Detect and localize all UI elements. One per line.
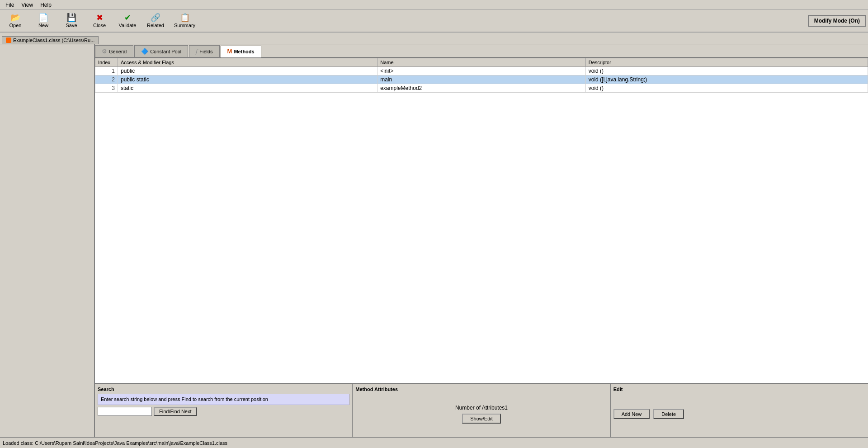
methods-table: Index Access & Modifier Flags Name Descr… xyxy=(95,58,868,93)
table-row[interactable]: 2public staticmainvoid ([Ljava.lang.Stri… xyxy=(95,75,868,84)
validate-button[interactable]: ✔ Validate xyxy=(114,11,141,31)
row-index: 3 xyxy=(95,84,118,93)
right-panel: ⚙ General 🔷 Constant Pool 𝑓 Fields M Met… xyxy=(95,44,868,437)
related-label: Related xyxy=(147,23,164,28)
fields-tab-icon: 𝑓 xyxy=(196,48,198,55)
left-panel xyxy=(0,44,95,437)
edit-panel-title: Edit xyxy=(613,387,865,392)
row-name: main xyxy=(377,75,586,84)
general-tab-icon: ⚙ xyxy=(102,48,107,55)
save-label: Save xyxy=(66,23,77,28)
search-input[interactable] xyxy=(98,407,152,416)
table-row[interactable]: 1public<init>void () xyxy=(95,67,868,75)
file-tab[interactable]: ExampleClass1.class (C:\Users\Ru... xyxy=(2,36,99,44)
close-icon: ✖ xyxy=(96,14,103,22)
save-icon: 💾 xyxy=(66,14,76,22)
row-index: 2 xyxy=(95,75,118,84)
delete-button[interactable]: Delete xyxy=(653,409,684,419)
methods-table-container: Index Access & Modifier Flags Name Descr… xyxy=(95,58,868,383)
tab-constant-pool-label: Constant Pool xyxy=(150,49,181,54)
new-button[interactable]: 📄 New xyxy=(30,11,57,31)
row-flags: public static xyxy=(118,75,377,84)
col-flags: Access & Modifier Flags xyxy=(118,58,377,67)
tab-bar: ⚙ General 🔷 Constant Pool 𝑓 Fields M Met… xyxy=(95,44,868,58)
validate-label: Validate xyxy=(119,23,137,28)
row-flags: static xyxy=(118,84,377,93)
status-bar: Loaded class: C:\Users\Rupam Saini\IdeaP… xyxy=(0,437,868,448)
tab-general-label: General xyxy=(109,49,127,54)
menu-view[interactable]: View xyxy=(18,1,37,9)
col-index: Index xyxy=(95,58,118,67)
new-label: New xyxy=(38,23,48,28)
table-row[interactable]: 3staticexampleMethod2void () xyxy=(95,84,868,93)
menu-file[interactable]: File xyxy=(2,1,18,9)
file-tab-area: ExampleClass1.class (C:\Users\Ru... xyxy=(0,33,868,44)
close-button[interactable]: ✖ Close xyxy=(86,11,113,31)
method-attributes-panel: Method Attributes Number of Attributes1 … xyxy=(353,384,610,437)
new-icon: 📄 xyxy=(38,14,48,22)
validate-icon: ✔ xyxy=(124,14,131,22)
tab-methods-label: Methods xyxy=(234,49,254,54)
status-text: Loaded class: C:\Users\Rupam Saini\IdeaP… xyxy=(3,440,227,446)
save-button[interactable]: 💾 Save xyxy=(58,11,85,31)
row-name: exampleMethod2 xyxy=(377,84,586,93)
add-new-button[interactable]: Add New xyxy=(613,409,650,419)
close-label: Close xyxy=(93,23,106,28)
method-attr-content: Number of Attributes1 Show/Edit xyxy=(355,394,607,434)
row-descriptor: void () xyxy=(585,84,868,93)
modify-mode-button[interactable]: Modify Mode (On) xyxy=(808,15,866,27)
table-header-row: Index Access & Modifier Flags Name Descr… xyxy=(95,58,868,67)
method-attributes-title: Method Attributes xyxy=(355,387,607,392)
tab-fields[interactable]: 𝑓 Fields xyxy=(189,45,219,57)
search-hint: Enter search string below and press Find… xyxy=(98,394,349,405)
tab-general[interactable]: ⚙ General xyxy=(95,45,133,57)
edit-content: Add New Delete xyxy=(613,394,865,434)
tab-constant-pool[interactable]: 🔷 Constant Pool xyxy=(134,45,188,57)
row-descriptor: void () xyxy=(585,67,868,75)
related-icon: 🔗 xyxy=(151,14,160,22)
show-edit-button[interactable]: Show/Edit xyxy=(462,414,501,424)
methods-tab-icon: M xyxy=(227,48,232,55)
tab-fields-label: Fields xyxy=(199,49,212,54)
row-flags: public xyxy=(118,67,377,75)
bottom-panels: Search Enter search string below and pre… xyxy=(95,383,868,437)
menu-bar: File View Help xyxy=(0,0,868,10)
open-button[interactable]: 📂 Open xyxy=(2,11,29,31)
col-descriptor: Descriptor xyxy=(585,58,868,67)
search-panel: Search Enter search string below and pre… xyxy=(95,384,353,437)
related-button[interactable]: 🔗 Related xyxy=(142,11,169,31)
col-name: Name xyxy=(377,58,586,67)
row-descriptor: void ([Ljava.lang.String;) xyxy=(585,75,868,84)
num-attributes-label: Number of Attributes1 xyxy=(455,405,508,411)
open-icon: 📂 xyxy=(10,14,20,22)
main-layout: ⚙ General 🔷 Constant Pool 𝑓 Fields M Met… xyxy=(0,44,868,437)
summary-icon: 📋 xyxy=(180,14,190,22)
search-panel-title: Search xyxy=(98,387,349,392)
menu-help[interactable]: Help xyxy=(37,1,55,9)
edit-panel: Edit Add New Delete xyxy=(611,384,868,437)
toolbar: 📂 Open 📄 New 💾 Save ✖ Close ✔ Validate 🔗… xyxy=(0,10,868,33)
summary-label: Summary xyxy=(174,23,195,28)
file-tab-label: ExampleClass1.class (C:\Users\Ru... xyxy=(13,38,94,43)
tab-methods[interactable]: M Methods xyxy=(221,46,261,57)
edit-buttons: Add New Delete xyxy=(613,409,865,419)
find-button[interactable]: Find/Find Next xyxy=(154,407,197,416)
open-label: Open xyxy=(9,23,22,28)
file-tab-icon xyxy=(6,38,11,43)
row-index: 1 xyxy=(95,67,118,75)
row-name: <init> xyxy=(377,67,586,75)
summary-button[interactable]: 📋 Summary xyxy=(170,11,199,31)
constant-pool-tab-icon: 🔷 xyxy=(141,48,148,55)
search-row: Find/Find Next xyxy=(98,407,349,416)
